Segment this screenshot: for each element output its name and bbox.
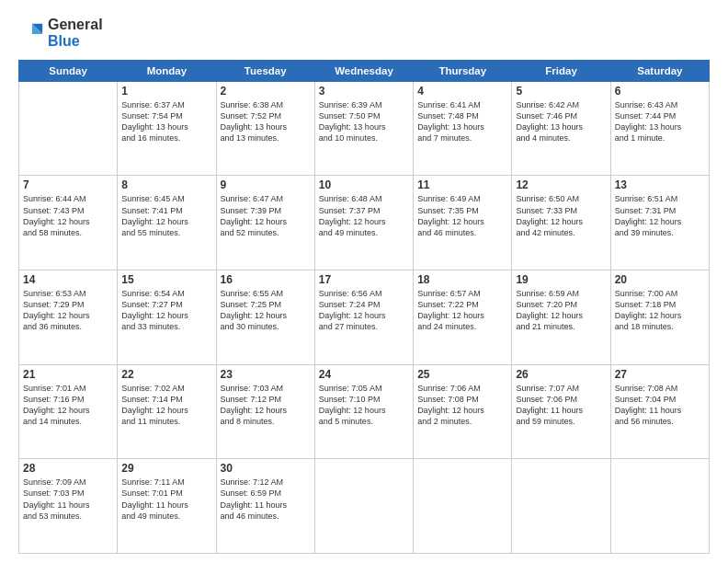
day-number: 23 <box>221 368 311 381</box>
day-cell: 9Sunrise: 6:47 AMSunset: 7:39 PMDaylight… <box>216 176 314 270</box>
day-info: Sunrise: 7:05 AMSunset: 7:10 PMDaylight:… <box>319 383 409 428</box>
day-cell: 7Sunrise: 6:44 AMSunset: 7:43 PMDaylight… <box>19 176 118 270</box>
page: General Blue Sunday Monday Tuesday Wedne… <box>0 0 728 563</box>
day-info: Sunrise: 6:37 AMSunset: 7:54 PMDaylight:… <box>121 99 211 144</box>
day-cell: 10Sunrise: 6:48 AMSunset: 7:37 PMDayligh… <box>314 176 413 270</box>
day-number: 6 <box>615 85 705 98</box>
col-friday: Friday <box>512 60 610 81</box>
weekday-header-row: Sunday Monday Tuesday Wednesday Thursday… <box>19 60 710 81</box>
day-info: Sunrise: 6:42 AMSunset: 7:46 PMDaylight:… <box>516 99 606 144</box>
day-number: 26 <box>516 368 606 381</box>
day-number: 24 <box>319 368 409 381</box>
day-number: 8 <box>121 178 211 191</box>
day-number: 21 <box>23 368 113 381</box>
day-number: 17 <box>319 273 409 286</box>
day-info: Sunrise: 6:39 AMSunset: 7:50 PMDaylight:… <box>319 99 409 144</box>
calendar-table: Sunday Monday Tuesday Wednesday Thursday… <box>18 60 710 554</box>
week-row-5: 28Sunrise: 7:09 AMSunset: 7:03 PMDayligh… <box>19 459 710 554</box>
day-cell: 18Sunrise: 6:57 AMSunset: 7:22 PMDayligh… <box>414 270 512 365</box>
day-info: Sunrise: 7:12 AMSunset: 6:59 PMDaylight:… <box>221 477 311 522</box>
week-row-2: 7Sunrise: 6:44 AMSunset: 7:43 PMDaylight… <box>19 176 710 270</box>
day-info: Sunrise: 7:08 AMSunset: 7:04 PMDaylight:… <box>615 383 705 428</box>
day-cell: 11Sunrise: 6:49 AMSunset: 7:35 PMDayligh… <box>414 176 512 270</box>
day-cell: 14Sunrise: 6:53 AMSunset: 7:29 PMDayligh… <box>19 270 118 365</box>
day-cell <box>19 81 118 176</box>
day-cell: 16Sunrise: 6:55 AMSunset: 7:25 PMDayligh… <box>216 270 314 365</box>
day-number: 1 <box>121 85 211 98</box>
week-row-4: 21Sunrise: 7:01 AMSunset: 7:16 PMDayligh… <box>19 364 710 459</box>
day-cell: 21Sunrise: 7:01 AMSunset: 7:16 PMDayligh… <box>19 364 118 459</box>
day-cell: 29Sunrise: 7:11 AMSunset: 7:01 PMDayligh… <box>118 459 216 554</box>
day-cell: 26Sunrise: 7:07 AMSunset: 7:06 PMDayligh… <box>512 364 610 459</box>
day-number: 5 <box>516 85 606 98</box>
day-number: 28 <box>23 462 113 475</box>
day-info: Sunrise: 7:09 AMSunset: 7:03 PMDaylight:… <box>23 477 113 522</box>
day-info: Sunrise: 7:11 AMSunset: 7:01 PMDaylight:… <box>121 477 211 522</box>
day-number: 20 <box>615 273 705 286</box>
day-number: 30 <box>221 462 311 475</box>
week-row-3: 14Sunrise: 6:53 AMSunset: 7:29 PMDayligh… <box>19 270 710 365</box>
day-number: 11 <box>417 178 507 191</box>
logo: General Blue <box>18 17 103 51</box>
day-number: 18 <box>417 273 507 286</box>
day-number: 19 <box>516 273 606 286</box>
day-info: Sunrise: 6:54 AMSunset: 7:27 PMDaylight:… <box>121 288 211 333</box>
day-cell: 19Sunrise: 6:59 AMSunset: 7:20 PMDayligh… <box>512 270 610 365</box>
day-cell <box>314 459 413 554</box>
day-info: Sunrise: 6:48 AMSunset: 7:37 PMDaylight:… <box>319 193 409 238</box>
day-cell: 15Sunrise: 6:54 AMSunset: 7:27 PMDayligh… <box>118 270 216 365</box>
col-wednesday: Wednesday <box>314 60 413 81</box>
day-info: Sunrise: 6:55 AMSunset: 7:25 PMDaylight:… <box>221 288 311 333</box>
day-cell: 3Sunrise: 6:39 AMSunset: 7:50 PMDaylight… <box>314 81 413 176</box>
day-cell: 13Sunrise: 6:51 AMSunset: 7:31 PMDayligh… <box>610 176 709 270</box>
week-row-1: 1Sunrise: 6:37 AMSunset: 7:54 PMDaylight… <box>19 81 710 176</box>
day-number: 9 <box>221 178 311 191</box>
day-cell: 25Sunrise: 7:06 AMSunset: 7:08 PMDayligh… <box>414 364 512 459</box>
calendar-body: 1Sunrise: 6:37 AMSunset: 7:54 PMDaylight… <box>19 81 710 553</box>
day-cell: 24Sunrise: 7:05 AMSunset: 7:10 PMDayligh… <box>314 364 413 459</box>
day-number: 15 <box>121 273 211 286</box>
logo-text: General Blue <box>48 17 103 51</box>
day-cell <box>610 459 709 554</box>
day-number: 14 <box>23 273 113 286</box>
day-number: 2 <box>221 85 311 98</box>
day-cell: 6Sunrise: 6:43 AMSunset: 7:44 PMDaylight… <box>610 81 709 176</box>
header: General Blue <box>18 17 710 51</box>
col-thursday: Thursday <box>414 60 512 81</box>
day-cell: 12Sunrise: 6:50 AMSunset: 7:33 PMDayligh… <box>512 176 610 270</box>
day-cell <box>512 459 610 554</box>
day-cell: 17Sunrise: 6:56 AMSunset: 7:24 PMDayligh… <box>314 270 413 365</box>
day-info: Sunrise: 6:43 AMSunset: 7:44 PMDaylight:… <box>615 99 705 144</box>
day-cell: 4Sunrise: 6:41 AMSunset: 7:48 PMDaylight… <box>414 81 512 176</box>
day-cell: 30Sunrise: 7:12 AMSunset: 6:59 PMDayligh… <box>216 459 314 554</box>
day-info: Sunrise: 7:07 AMSunset: 7:06 PMDaylight:… <box>516 383 606 428</box>
day-info: Sunrise: 6:47 AMSunset: 7:39 PMDaylight:… <box>221 193 311 238</box>
day-number: 3 <box>319 85 409 98</box>
day-cell: 1Sunrise: 6:37 AMSunset: 7:54 PMDaylight… <box>118 81 216 176</box>
day-number: 16 <box>221 273 311 286</box>
day-info: Sunrise: 6:59 AMSunset: 7:20 PMDaylight:… <box>516 288 606 333</box>
day-info: Sunrise: 6:49 AMSunset: 7:35 PMDaylight:… <box>417 193 507 238</box>
day-cell: 23Sunrise: 7:03 AMSunset: 7:12 PMDayligh… <box>216 364 314 459</box>
col-monday: Monday <box>118 60 216 81</box>
day-cell: 5Sunrise: 6:42 AMSunset: 7:46 PMDaylight… <box>512 81 610 176</box>
day-info: Sunrise: 7:06 AMSunset: 7:08 PMDaylight:… <box>417 383 507 428</box>
logo-icon <box>18 20 44 46</box>
day-info: Sunrise: 7:00 AMSunset: 7:18 PMDaylight:… <box>615 288 705 333</box>
day-number: 7 <box>23 178 113 191</box>
day-info: Sunrise: 6:41 AMSunset: 7:48 PMDaylight:… <box>417 99 507 144</box>
day-number: 4 <box>417 85 507 98</box>
col-saturday: Saturday <box>610 60 709 81</box>
day-info: Sunrise: 7:03 AMSunset: 7:12 PMDaylight:… <box>221 383 311 428</box>
day-info: Sunrise: 6:45 AMSunset: 7:41 PMDaylight:… <box>121 193 211 238</box>
day-info: Sunrise: 6:44 AMSunset: 7:43 PMDaylight:… <box>23 193 113 238</box>
day-info: Sunrise: 7:01 AMSunset: 7:16 PMDaylight:… <box>23 383 113 428</box>
day-cell: 8Sunrise: 6:45 AMSunset: 7:41 PMDaylight… <box>118 176 216 270</box>
day-number: 27 <box>615 368 705 381</box>
day-cell: 20Sunrise: 7:00 AMSunset: 7:18 PMDayligh… <box>610 270 709 365</box>
day-info: Sunrise: 7:02 AMSunset: 7:14 PMDaylight:… <box>121 383 211 428</box>
day-info: Sunrise: 6:38 AMSunset: 7:52 PMDaylight:… <box>221 99 311 144</box>
day-info: Sunrise: 6:56 AMSunset: 7:24 PMDaylight:… <box>319 288 409 333</box>
col-sunday: Sunday <box>19 60 118 81</box>
day-cell: 22Sunrise: 7:02 AMSunset: 7:14 PMDayligh… <box>118 364 216 459</box>
